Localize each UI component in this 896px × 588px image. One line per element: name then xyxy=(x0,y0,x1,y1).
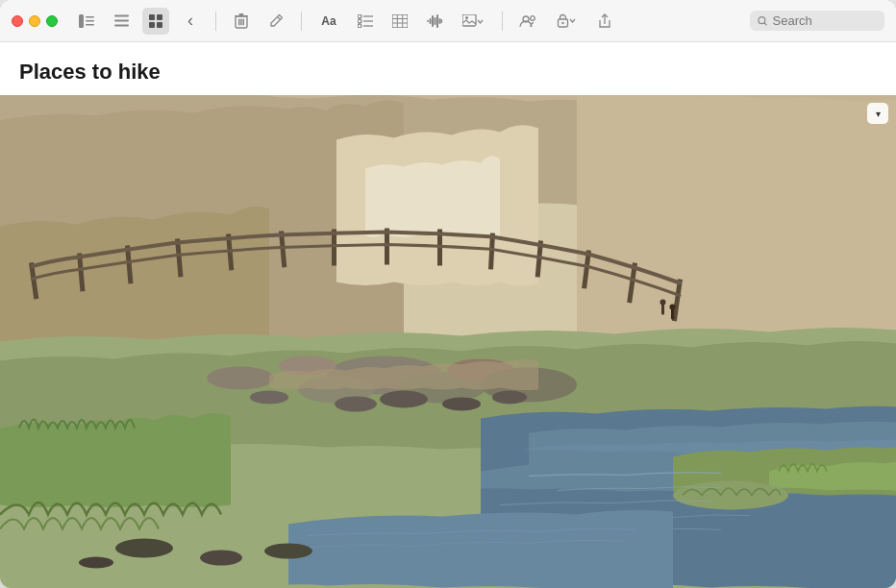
svg-rect-6 xyxy=(114,25,129,27)
svg-point-73 xyxy=(660,300,666,306)
checklist-button[interactable] xyxy=(352,8,379,35)
svg-point-20 xyxy=(358,19,361,23)
svg-point-39 xyxy=(531,15,535,20)
svg-point-79 xyxy=(264,544,312,559)
search-box[interactable] xyxy=(750,11,884,31)
svg-point-18 xyxy=(358,14,361,18)
svg-point-76 xyxy=(115,539,173,558)
svg-rect-16 xyxy=(239,13,244,15)
traffic-lights xyxy=(12,15,58,27)
svg-point-52 xyxy=(380,391,428,408)
titlebar: ‹ Aa xyxy=(0,0,896,42)
separator-2 xyxy=(301,12,302,31)
svg-rect-14 xyxy=(243,18,245,25)
svg-point-77 xyxy=(200,551,242,566)
edit-button[interactable] xyxy=(262,8,289,35)
svg-rect-10 xyxy=(157,22,162,28)
media-button[interactable] xyxy=(456,8,490,35)
format-text-button[interactable]: Aa xyxy=(313,8,344,35)
svg-point-57 xyxy=(673,481,788,510)
svg-rect-15 xyxy=(235,15,248,17)
separator-1 xyxy=(215,12,216,31)
svg-rect-13 xyxy=(240,18,242,25)
svg-line-17 xyxy=(277,17,280,20)
svg-line-43 xyxy=(764,22,767,25)
svg-point-37 xyxy=(465,16,468,19)
note-title: Places to hike xyxy=(19,60,161,85)
svg-rect-40 xyxy=(559,19,568,27)
separator-3 xyxy=(502,12,503,31)
svg-rect-12 xyxy=(238,18,240,25)
svg-rect-24 xyxy=(392,14,408,28)
svg-point-41 xyxy=(561,22,563,24)
collaborate-button[interactable] xyxy=(514,8,541,35)
audio-button[interactable] xyxy=(421,8,448,35)
svg-point-22 xyxy=(358,24,361,28)
delete-button[interactable] xyxy=(228,8,255,35)
minimize-button[interactable] xyxy=(29,15,40,27)
main-window: ‹ Aa xyxy=(0,0,896,588)
grid-view-button[interactable] xyxy=(142,8,169,35)
image-dropdown-button[interactable]: ▾ xyxy=(867,103,888,124)
svg-rect-2 xyxy=(86,20,94,22)
svg-rect-9 xyxy=(149,22,155,28)
svg-rect-0 xyxy=(79,14,84,28)
note-image: ▾ xyxy=(0,95,896,588)
svg-rect-7 xyxy=(149,14,155,20)
svg-rect-3 xyxy=(86,24,94,26)
svg-rect-11 xyxy=(236,16,247,28)
svg-rect-1 xyxy=(86,16,94,18)
table-button[interactable] xyxy=(386,8,413,35)
svg-point-78 xyxy=(79,557,113,569)
svg-rect-8 xyxy=(157,14,162,20)
share-button[interactable] xyxy=(591,8,618,35)
svg-point-55 xyxy=(492,391,527,404)
svg-point-38 xyxy=(523,16,529,22)
svg-rect-4 xyxy=(114,15,129,17)
svg-point-75 xyxy=(670,305,676,310)
svg-point-54 xyxy=(335,397,377,412)
close-button[interactable] xyxy=(12,15,23,27)
back-button[interactable]: ‹ xyxy=(177,8,204,35)
landscape-svg xyxy=(0,95,896,588)
sidebar-toggle-button[interactable] xyxy=(73,8,100,35)
search-input[interactable] xyxy=(773,13,878,28)
svg-rect-5 xyxy=(114,20,129,22)
lock-button[interactable] xyxy=(549,8,584,35)
svg-point-53 xyxy=(442,398,481,411)
search-icon xyxy=(758,15,768,27)
svg-point-56 xyxy=(250,391,288,404)
svg-rect-36 xyxy=(462,14,476,26)
svg-point-51 xyxy=(207,367,274,390)
svg-point-42 xyxy=(759,16,765,23)
fullscreen-button[interactable] xyxy=(46,15,58,27)
note-content: Places to hike xyxy=(0,42,896,588)
list-view-button[interactable] xyxy=(108,8,135,35)
